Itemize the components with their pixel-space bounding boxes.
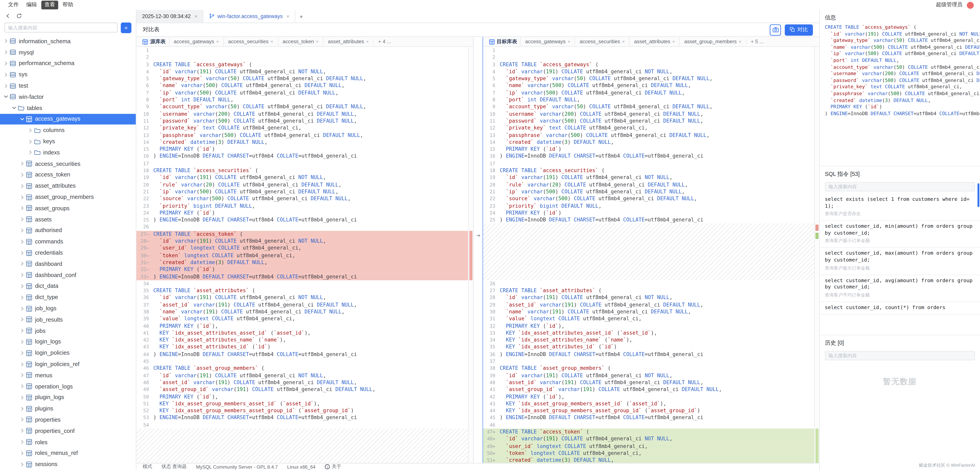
tree-item-jobs[interactable]: jobs bbox=[0, 325, 136, 337]
close-icon[interactable]: × bbox=[568, 39, 570, 44]
tree-item-information_schema[interactable]: information_schema bbox=[0, 36, 136, 47]
close-icon[interactable]: × bbox=[622, 39, 625, 44]
chevron-right-icon[interactable] bbox=[19, 428, 25, 434]
chevron-right-icon[interactable] bbox=[27, 127, 33, 133]
table-tab-access_gateways[interactable]: access_gateways× bbox=[520, 37, 575, 46]
target-overview-ruler[interactable] bbox=[814, 47, 819, 463]
tree-item-plugin_logs[interactable]: plugin_logs bbox=[0, 392, 136, 403]
tree-item-properties_conf[interactable]: properties_conf bbox=[0, 426, 136, 437]
chevron-down-icon[interactable] bbox=[19, 116, 25, 122]
chevron-right-icon[interactable] bbox=[19, 306, 25, 311]
sql-commands-search-input[interactable] bbox=[826, 184, 975, 190]
tree-item-menus[interactable]: menus bbox=[0, 370, 136, 381]
tree-item-plugins[interactable]: plugins bbox=[0, 403, 136, 414]
tree-item-dashboard_conf[interactable]: dashboard_conf bbox=[0, 269, 136, 281]
table-tab-asset_attributes[interactable]: asset_attributes× bbox=[629, 37, 679, 46]
chevron-right-icon[interactable] bbox=[19, 450, 25, 456]
close-icon[interactable]: × bbox=[216, 39, 219, 44]
chevron-right-icon[interactable] bbox=[19, 350, 25, 356]
chevron-right-icon[interactable] bbox=[19, 172, 25, 178]
chevron-right-icon[interactable] bbox=[19, 361, 25, 367]
close-icon[interactable]: × bbox=[739, 39, 741, 44]
tree-item-access_token[interactable]: access_token bbox=[0, 169, 136, 180]
tree-item-indexs[interactable]: indexs bbox=[0, 147, 136, 158]
tree-item-dict_data[interactable]: dict_data bbox=[0, 281, 136, 292]
chevron-down-icon[interactable] bbox=[3, 94, 9, 100]
tree-item-job_logs[interactable]: job_logs bbox=[0, 303, 136, 314]
tree-item-access_gateways[interactable]: access_gateways bbox=[0, 114, 136, 125]
chevron-right-icon[interactable] bbox=[3, 72, 9, 78]
chevron-right-icon[interactable] bbox=[19, 384, 25, 389]
tree-item-performance_schema[interactable]: performance_schema bbox=[0, 58, 136, 69]
chevron-right-icon[interactable] bbox=[19, 205, 25, 211]
editor-tab-table[interactable]: win-factor.access_gateways × bbox=[204, 10, 296, 22]
close-icon[interactable]: × bbox=[316, 39, 318, 44]
chevron-down-icon[interactable] bbox=[11, 105, 17, 111]
sidebar-collapse-button[interactable]: « bbox=[121, 22, 131, 33]
chevron-right-icon[interactable] bbox=[3, 38, 9, 44]
more-tabs-button[interactable]: + 4 ... bbox=[373, 39, 395, 44]
sql-command-item[interactable]: select customer_id, min(amount) from ord… bbox=[820, 221, 980, 248]
chevron-right-icon[interactable] bbox=[19, 462, 25, 467]
tree-item-assets[interactable]: assets bbox=[0, 214, 136, 225]
avatar[interactable] bbox=[967, 2, 974, 8]
apply-change-arrow-icon[interactable] bbox=[475, 230, 481, 241]
menu-edit[interactable]: 编辑 bbox=[23, 1, 40, 10]
tree-item-commands[interactable]: commands bbox=[0, 236, 136, 247]
tree-item-asset_groups[interactable]: asset_groups bbox=[0, 203, 136, 214]
back-icon[interactable] bbox=[5, 13, 11, 19]
tree-item-asset_attributes[interactable]: asset_attributes bbox=[0, 180, 136, 192]
chevron-right-icon[interactable] bbox=[27, 138, 33, 144]
tree-item-keys[interactable]: keys bbox=[0, 136, 136, 147]
compare-button[interactable]: 对比 bbox=[785, 24, 813, 35]
tree-item-sys[interactable]: sys bbox=[0, 69, 136, 80]
chevron-right-icon[interactable] bbox=[19, 406, 25, 411]
tree-item-access_securities[interactable]: access_securities bbox=[0, 158, 136, 169]
tree-item-credentials[interactable]: credentials bbox=[0, 247, 136, 258]
refresh-icon[interactable] bbox=[16, 13, 22, 19]
chevron-right-icon[interactable] bbox=[19, 216, 25, 222]
status-about[interactable]: i 关于 bbox=[325, 464, 341, 470]
table-tab-access_securities[interactable]: access_securities× bbox=[223, 37, 278, 46]
chevron-right-icon[interactable] bbox=[27, 150, 33, 156]
table-tab-access_securities[interactable]: access_securities× bbox=[575, 37, 629, 46]
table-tab-asset_group_members[interactable]: asset_group_members× bbox=[679, 37, 746, 46]
scrollbar-thumb[interactable] bbox=[977, 183, 979, 207]
sidebar-search-input[interactable] bbox=[4, 22, 118, 33]
source-overview-ruler[interactable] bbox=[468, 47, 473, 463]
new-tab-button[interactable]: + bbox=[296, 10, 307, 22]
close-icon[interactable]: × bbox=[286, 13, 290, 19]
chevron-right-icon[interactable] bbox=[19, 372, 25, 378]
tree-item-roles_menus_ref[interactable]: roles_menus_ref bbox=[0, 448, 136, 459]
close-icon[interactable]: × bbox=[672, 39, 675, 44]
tree-item-properties[interactable]: properties bbox=[0, 414, 136, 426]
chevron-right-icon[interactable] bbox=[19, 161, 25, 167]
chevron-right-icon[interactable] bbox=[19, 272, 25, 278]
tree-item-columns[interactable]: columns bbox=[0, 125, 136, 136]
chevron-right-icon[interactable] bbox=[19, 439, 25, 445]
tree-item-job_results[interactable]: job_results bbox=[0, 314, 136, 325]
tree-item-roles[interactable]: roles bbox=[0, 437, 136, 448]
tree-item-test[interactable]: test bbox=[0, 80, 136, 91]
chevron-right-icon[interactable] bbox=[3, 83, 9, 89]
sql-command-item[interactable]: select customer_id, avg(amount) from ord… bbox=[820, 275, 980, 302]
tree-item-dashboard[interactable]: dashboard bbox=[0, 258, 136, 270]
close-icon[interactable]: × bbox=[366, 39, 369, 44]
chevron-right-icon[interactable] bbox=[19, 317, 25, 322]
chevron-right-icon[interactable] bbox=[19, 395, 25, 400]
chevron-right-icon[interactable] bbox=[19, 283, 25, 289]
tree-item-login_policies[interactable]: login_policies bbox=[0, 348, 136, 359]
tree-item-tables[interactable]: tables bbox=[0, 102, 136, 114]
chevron-right-icon[interactable] bbox=[19, 328, 25, 333]
more-tabs-button[interactable]: + 5 ... bbox=[746, 39, 768, 44]
menu-view[interactable]: 查看 bbox=[41, 1, 58, 10]
menu-file[interactable]: 文件 bbox=[5, 1, 22, 10]
chevron-right-icon[interactable] bbox=[19, 194, 25, 200]
table-tab-access_gateways[interactable]: access_gateways× bbox=[169, 37, 223, 46]
snapshot-button[interactable] bbox=[770, 24, 781, 35]
tree-item-mysql[interactable]: mysql bbox=[0, 47, 136, 58]
tree-item-sessions[interactable]: sessions bbox=[0, 459, 136, 470]
chevron-right-icon[interactable] bbox=[19, 239, 25, 245]
table-tab-asset_attributes[interactable]: asset_attributes× bbox=[323, 37, 373, 46]
chevron-right-icon[interactable] bbox=[3, 61, 9, 67]
